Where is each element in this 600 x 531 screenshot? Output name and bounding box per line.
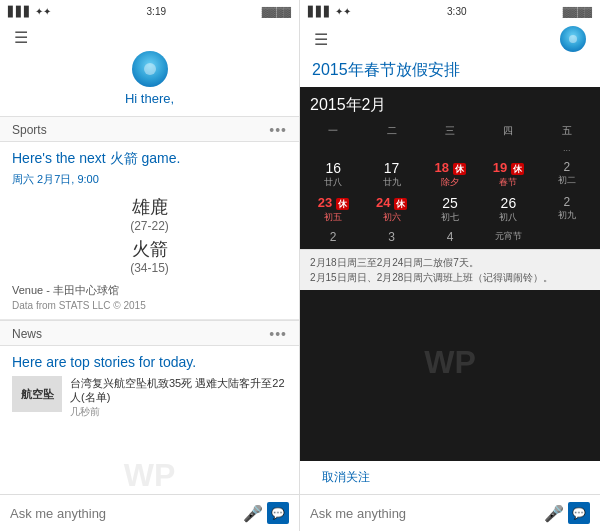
right-status-bar: ▋▋▋ ✦✦ 3:30 ▓▓▓▓ [300,0,600,22]
news-item[interactable]: 航空坠 台湾复兴航空坠机致35死 遇难大陆客升至22人(名单) 几秒前 [12,376,287,419]
left-content: Sports ••• Here's the next 火箭 game. 周六 2… [0,116,299,494]
cal-cell-r4-5 [538,227,596,247]
left-battery: ▓▓▓▓ [262,6,291,17]
hamburger-icon-right[interactable]: ☰ [314,30,328,49]
calendar-note2: 2月15日周日、2月28日周六调班上班（记得调闹铃）。 [310,270,590,285]
right-panel: ▋▋▋ ✦✦ 3:30 ▓▓▓▓ ☰ 2015年春节放假安排 2015年2月 一… [300,0,600,531]
venue-text: Venue - 丰田中心球馆 [12,283,287,298]
right-battery: ▓▓▓▓ [563,6,592,17]
calendar-grid: 一 二 三 四 五 ... 16 廿八 17 廿九 18 休 除夕 [300,120,600,249]
cortana-logo-left [132,51,168,87]
left-status-bar: ▋▋▋ ✦✦ 3:19 ▓▓▓▓ [0,0,299,22]
cal-cell [362,140,420,157]
cal-cell-r4-3: 4 [421,227,479,247]
team1-score: (27-22) [130,219,169,233]
cal-header-mon: 一 [304,122,362,140]
cal-cell-23: 23 休 初五 [304,192,362,227]
sports-more-icon[interactable]: ••• [269,122,287,138]
calendar-notes: 2月18日周三至2月24日周二放假7天。 2月15日周日、2月28日周六调班上班… [300,249,600,290]
news-label: News [12,327,42,341]
sports-card: Here's the next 火箭 game. 周六 2月7日, 9:00 雄… [0,142,299,320]
cal-cell [479,140,537,157]
cal-cell-r4-4: 元宵节 [479,227,537,247]
left-time: 3:19 [147,6,166,17]
feedback-icon-right[interactable]: 💬 [568,502,590,524]
ask-input-left[interactable] [10,506,243,521]
news-item-time: 几秒前 [70,405,287,419]
cal-cell-25: 25 初七 [421,192,479,227]
cal-cell-27-area: 2 初九 [538,192,596,227]
left-panel: ▋▋▋ ✦✦ 3:19 ▓▓▓▓ ☰ Hi there, Sports ••• … [0,0,300,531]
cal-cell-17: 17 廿九 [362,157,420,192]
team1-name: 雄鹿 [132,195,168,219]
cal-header-wed: 三 [421,122,479,140]
team2-name: 火箭 [132,237,168,261]
teams-container: 雄鹿 (27-22) 火箭 (34-15) [12,195,287,279]
news-card[interactable]: Here are top stories for today. 航空坠 台湾复兴… [0,346,299,431]
news-section-header: News ••• [0,320,299,346]
team2-score: (34-15) [130,261,169,275]
news-more-icon[interactable]: ••• [269,326,287,342]
sports-headline: Here's the next 火箭 game. [12,150,287,168]
cal-header-fri: 五 [538,122,596,140]
news-text-block: 台湾复兴航空坠机致35死 遇难大陆客升至22人(名单) 几秒前 [70,376,287,419]
right-bottom-bar: 🎤 💬 [300,494,600,531]
hamburger-icon-left[interactable]: ☰ [14,28,28,47]
mic-icon-left[interactable]: 🎤 [243,504,263,523]
cortana-logo-right [560,26,586,52]
data-source: Data from STATS LLC © 2015 [12,300,287,311]
cal-cell-20-area: 2 初二 [538,157,596,192]
cal-cell-r4-2: 3 [362,227,420,247]
news-headline: Here are top stories for today. [12,354,287,370]
unsubscribe-area[interactable]: 取消关注 [300,461,600,494]
page-title: 2015年春节放假安排 [300,58,600,87]
left-bottom-bar: 🎤 💬 [0,494,299,531]
cal-cell-r4-1: 2 [304,227,362,247]
cal-cell-24: 24 休 初六 [362,192,420,227]
ask-input-right[interactable] [310,506,544,521]
right-watermark-inner: WP [300,344,600,381]
calendar-note1: 2月18日周三至2月24日周二放假7天。 [310,255,590,270]
cal-cell-16: 16 廿八 [304,157,362,192]
mic-icon-right[interactable]: 🎤 [544,504,564,523]
cal-cell [421,140,479,157]
news-item-title: 台湾复兴航空坠机致35死 遇难大陆客升至22人(名单) [70,376,287,405]
cal-cell [304,140,362,157]
sports-section-header: Sports ••• [0,116,299,142]
feedback-icon-left[interactable]: 💬 [267,502,289,524]
cal-cell-26: 26 初八 [479,192,537,227]
cal-cell-19: 19 休 春节 [479,157,537,192]
news-thumbnail: 航空坠 [12,376,62,412]
cal-header-thu: 四 [479,122,537,140]
calendar-container: 2015年2月 一 二 三 四 五 ... 16 廿八 17 廿九 [300,87,600,461]
unsubscribe-button[interactable]: 取消关注 [312,465,380,492]
right-header: ☰ [300,22,600,58]
left-signal: ▋▋▋ ✦✦ [8,6,51,17]
sports-label: Sports [12,123,47,137]
greeting-text: Hi there, [125,91,174,106]
cal-header-tue: 二 [362,122,420,140]
cal-cell-18: 18 休 除夕 [421,157,479,192]
left-header: ☰ Hi there, [0,22,299,116]
calendar-month: 2015年2月 [300,87,600,120]
sports-date: 周六 2月7日, 9:00 [12,172,287,187]
right-time: 3:30 [447,6,466,17]
right-signal: ▋▋▋ ✦✦ [308,6,351,17]
cal-cell-ellipsis: ... [538,140,596,157]
